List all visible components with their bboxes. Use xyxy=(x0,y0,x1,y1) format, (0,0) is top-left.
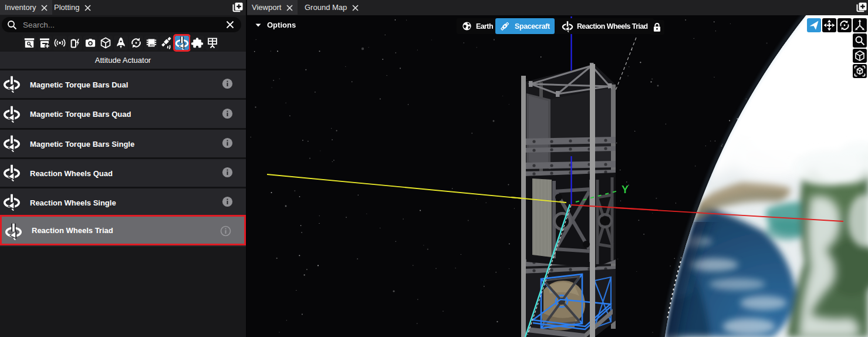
svg-text:Y: Y xyxy=(622,184,629,196)
